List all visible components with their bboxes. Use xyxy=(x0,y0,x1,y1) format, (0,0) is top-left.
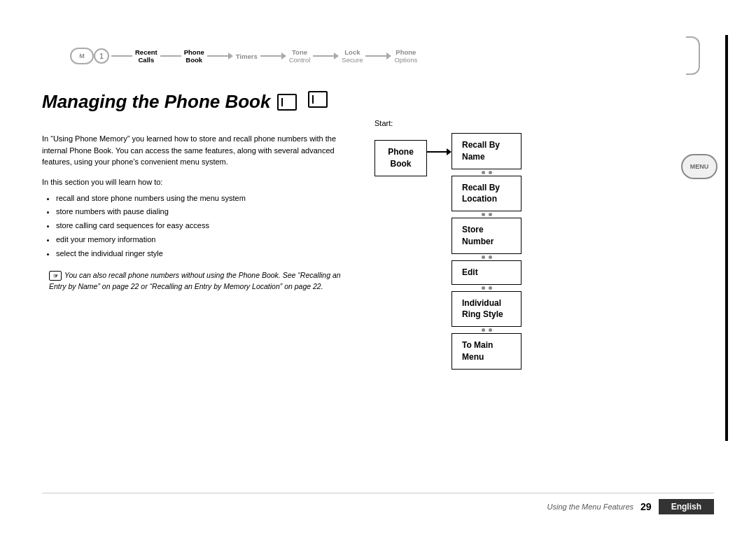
connector-dots-1 xyxy=(451,169,522,176)
nav-item-phone-book: Phone Book xyxy=(181,48,207,64)
bullet-item-5: select the individual ringer style xyxy=(56,247,350,261)
nav-arrow-2 xyxy=(281,52,286,59)
intro-paragraph: In “Using Phone Memory” you learned how … xyxy=(42,133,350,168)
bullet-item-3: store calling card sequences for easy ac… xyxy=(56,219,350,233)
connector-dots-4 xyxy=(451,285,522,291)
nav-arrow-1 xyxy=(228,52,233,59)
nav-circle: 1 xyxy=(94,48,109,64)
nav-line-2 xyxy=(160,55,181,57)
menu-item-edit: Edit xyxy=(451,260,522,285)
left-column: In “Using Phone Memory” you learned how … xyxy=(42,133,350,293)
menu-item-recall-by-name: Recall By Name xyxy=(451,133,522,169)
nav-item-timers: Timers xyxy=(233,52,260,60)
footer-language: English xyxy=(659,499,714,514)
nav-item-lock-secure: Lock Secure xyxy=(339,48,365,64)
note-text: You can also recall phone numbers withou… xyxy=(49,271,341,290)
nav-item-recent-calls: Recent Calls xyxy=(132,48,160,64)
nav-oval: M xyxy=(70,48,94,64)
flow-arrow xyxy=(427,133,451,155)
bullet-list: recall and store phone numbers using the… xyxy=(49,192,350,261)
nav-line-1 xyxy=(111,55,132,57)
nav-line-4 xyxy=(260,55,281,57)
bullet-item-1: recall and store phone numbers using the… xyxy=(56,192,350,206)
footer: Using the Menu Features 29 English xyxy=(42,493,714,514)
start-label: Start: xyxy=(374,119,710,127)
flow-arrowhead xyxy=(447,148,451,155)
diagram-flow: Phone Book Recall By Name Reca xyxy=(374,133,710,370)
nav-item-phone-options: Phone Options xyxy=(391,48,420,64)
menu-item-to-main-menu: To Main Menu xyxy=(451,333,522,370)
phone-book-icon2 xyxy=(305,91,328,113)
top-navigation: M 1 Recent Calls Phone Book Timers Tone … xyxy=(70,41,700,71)
menu-item-individual-ring-style: Individual Ring Style xyxy=(451,291,522,328)
menu-item-recall-by-location: Recall By Location xyxy=(451,176,522,212)
footer-page-number: 29 xyxy=(640,501,652,512)
phone-book-box: Phone Book xyxy=(374,140,427,176)
bullet-item-4: edit your memory information xyxy=(56,233,350,247)
connector-dots-5 xyxy=(451,327,522,333)
connector-dots-2 xyxy=(451,211,522,218)
nav-line-3 xyxy=(207,55,228,57)
nav-item-tone-control: Tone Control xyxy=(286,48,314,64)
menu-button[interactable]: MENU xyxy=(681,154,718,179)
menu-items-column: Recall By Name Recall By Location Store xyxy=(451,133,522,370)
note-block: ☞You can also recall phone numbers witho… xyxy=(49,270,350,293)
diagram-area: Start: Phone Book Recall By Name xyxy=(374,119,710,370)
nav-bracket xyxy=(686,36,700,75)
nav-line-6 xyxy=(365,55,386,57)
phone-book-icon xyxy=(277,94,297,111)
note-icon: ☞ xyxy=(49,271,62,281)
main-content: Managing the Phone Book In “Using Phone … xyxy=(42,91,714,127)
learn-label: In this section you will learn how to: xyxy=(42,178,350,186)
footer-italic-text: Using the Menu Features xyxy=(547,503,634,511)
right-border-bar xyxy=(725,35,728,441)
connector-dots-3 xyxy=(451,254,522,260)
nav-line-5 xyxy=(313,55,334,57)
bullet-item-2: store numbers with pause dialing xyxy=(56,205,350,219)
flow-line xyxy=(427,151,447,153)
nav-arrow-3 xyxy=(334,52,339,59)
nav-arrow-4 xyxy=(386,52,391,59)
menu-item-store-number: Store Number xyxy=(451,218,522,254)
page-title: Managing the Phone Book xyxy=(42,91,714,113)
